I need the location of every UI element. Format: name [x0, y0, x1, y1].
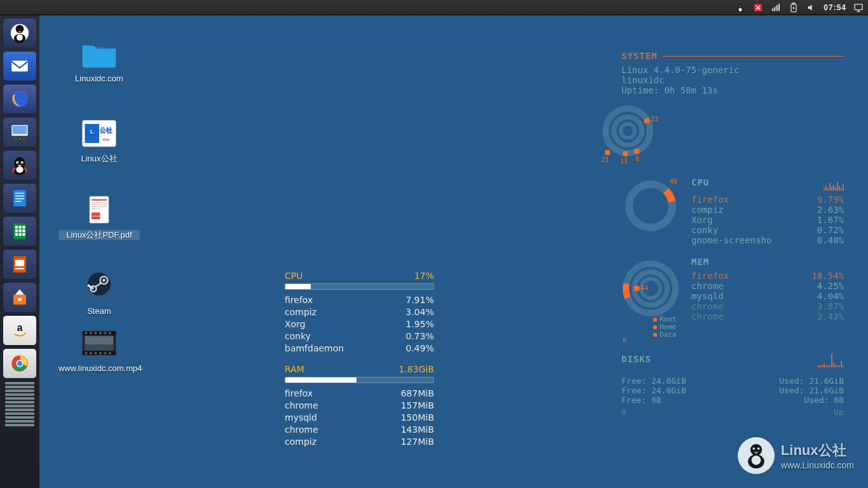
- svg-rect-17: [11, 61, 28, 72]
- ram-bar: [285, 377, 434, 383]
- svg-point-26: [16, 166, 23, 173]
- svg-rect-9: [778, 4, 780, 11]
- svg-rect-80: [104, 332, 107, 334]
- launcher-writer[interactable]: [3, 183, 37, 214]
- desktop-icon-label: Steam: [58, 306, 140, 316]
- svg-rect-38: [15, 226, 18, 229]
- svg-rect-62: [92, 200, 107, 201]
- desktop-link-linuxgongshe[interactable]: L公社inux Linux公社: [58, 117, 140, 164]
- svg-point-23: [19, 138, 21, 140]
- ram-title: RAM: [285, 364, 304, 374]
- proc-row: chrome3.87%: [691, 301, 844, 311]
- tux-indicator-icon[interactable]: [735, 2, 746, 13]
- svg-text:L: L: [90, 128, 94, 135]
- svg-rect-86: [104, 352, 107, 355]
- clock[interactable]: 07:54: [824, 3, 846, 12]
- network-indicator-icon[interactable]: [770, 2, 782, 13]
- uptime-text: Uptime: 0h 58m 13s: [621, 85, 844, 95]
- desktop-pdf-linuxgongshe[interactable]: Linux Linux公社PDF.pdf: [58, 193, 140, 240]
- sound-indicator-icon[interactable]: [806, 2, 817, 13]
- svg-rect-40: [22, 226, 25, 229]
- launcher-impress[interactable]: [3, 249, 37, 280]
- mem-ring: 44 Root Home Data 0: [621, 257, 685, 339]
- svg-rect-39: [19, 226, 22, 229]
- conky-center-widget: CPU 17% firefox7.91%compiz3.04%Xorg1.95%…: [285, 271, 434, 449]
- svg-rect-79: [99, 332, 102, 334]
- svg-point-93: [752, 447, 755, 450]
- proc-row: compiz2.63%: [691, 205, 844, 215]
- svg-rect-34: [15, 196, 24, 196]
- launcher-mail[interactable]: [3, 51, 37, 81]
- proc-row: firefox9.79%: [691, 194, 844, 205]
- cpu-percent: 17%: [414, 271, 434, 281]
- desktop-folder-linuxidc[interactable]: Linuxidc.com: [58, 37, 140, 84]
- proc-row: mysqld4.04%: [691, 291, 844, 301]
- proc-row: firefox18.54%: [691, 271, 844, 281]
- desktop-icon-label: Linuxidc.com: [58, 74, 140, 84]
- svg-rect-12: [855, 4, 862, 10]
- svg-rect-6: [772, 8, 773, 11]
- launcher-screenshot[interactable]: [3, 117, 37, 147]
- launcher-chrome[interactable]: [3, 348, 37, 379]
- proc-row: mysqld150MiB: [285, 412, 434, 423]
- svg-rect-51: [18, 298, 22, 301]
- svg-point-92: [752, 456, 761, 465]
- svg-rect-78: [95, 332, 97, 334]
- unity-launcher: a: [0, 15, 39, 488]
- svg-point-31: [18, 165, 22, 166]
- system-rings: 23 21 13 8: [590, 99, 666, 163]
- launcher-dash[interactable]: [3, 18, 37, 48]
- svg-point-30: [21, 163, 22, 164]
- battery-indicator-icon[interactable]: [788, 2, 799, 13]
- close-indicator-icon[interactable]: [752, 2, 764, 13]
- desktop[interactable]: Linuxidc.com L公社inux Linux公社 Linux Linux…: [39, 15, 868, 488]
- svg-text:公社: 公社: [99, 126, 112, 133]
- desktop-icon-label: www.linuxidc.com.mp4: [58, 363, 140, 374]
- svg-rect-35: [15, 198, 24, 199]
- desktop-video-linuxidc[interactable]: www.linuxidc.com.mp4: [58, 327, 140, 374]
- svg-rect-45: [19, 233, 22, 236]
- svg-rect-43: [22, 229, 25, 232]
- launcher-running-stack[interactable]: [3, 381, 37, 427]
- desktop-steam[interactable]: Steam: [58, 269, 140, 316]
- svg-rect-81: [109, 332, 111, 334]
- svg-text:a: a: [17, 322, 23, 333]
- session-indicator-icon[interactable]: [853, 2, 864, 13]
- svg-point-28: [20, 161, 23, 164]
- svg-rect-11: [792, 3, 795, 4]
- proc-row: compiz3.04%: [285, 307, 434, 317]
- svg-rect-8: [776, 5, 778, 11]
- svg-rect-42: [19, 229, 22, 232]
- svg-rect-89: [85, 344, 114, 350]
- launcher-calc[interactable]: [3, 216, 37, 247]
- proc-row: firefox7.91%: [285, 295, 434, 305]
- svg-rect-41: [15, 229, 18, 232]
- proc-row: Xorg1.95%: [285, 319, 434, 329]
- svg-rect-33: [15, 193, 24, 194]
- svg-rect-49: [15, 268, 24, 269]
- svg-rect-63: [92, 202, 107, 203]
- launcher-qq[interactable]: [3, 150, 37, 180]
- proc-row: chrome157MiB: [285, 400, 434, 410]
- proc-row: gnome-screensho0.48%: [691, 235, 844, 245]
- cpu-ring: 49: [621, 174, 685, 244]
- watermark: Linux公社 www.Linuxidc.com: [738, 437, 854, 474]
- proc-row: bamfdaemon0.49%: [285, 343, 434, 353]
- proc-row: conky0.73%: [285, 331, 434, 341]
- tux-watermark-icon: [738, 437, 775, 474]
- svg-rect-82: [85, 352, 88, 355]
- svg-text:inux: inux: [103, 137, 109, 141]
- watermark-title: Linux公社: [781, 441, 854, 460]
- launcher-amazon[interactable]: a: [3, 315, 37, 346]
- svg-rect-83: [90, 352, 92, 355]
- launcher-firefox[interactable]: [3, 84, 37, 114]
- svg-rect-66: [92, 208, 101, 209]
- cpu-title: CPU: [285, 271, 302, 281]
- svg-rect-44: [15, 233, 18, 236]
- mem-ring-val: 44: [641, 285, 648, 292]
- launcher-software[interactable]: [3, 282, 37, 313]
- disk-row: Free: 0BUsed: 0B: [621, 395, 844, 405]
- svg-point-27: [16, 161, 18, 164]
- svg-point-2: [739, 8, 742, 11]
- proc-row: compiz127MiB: [285, 437, 434, 447]
